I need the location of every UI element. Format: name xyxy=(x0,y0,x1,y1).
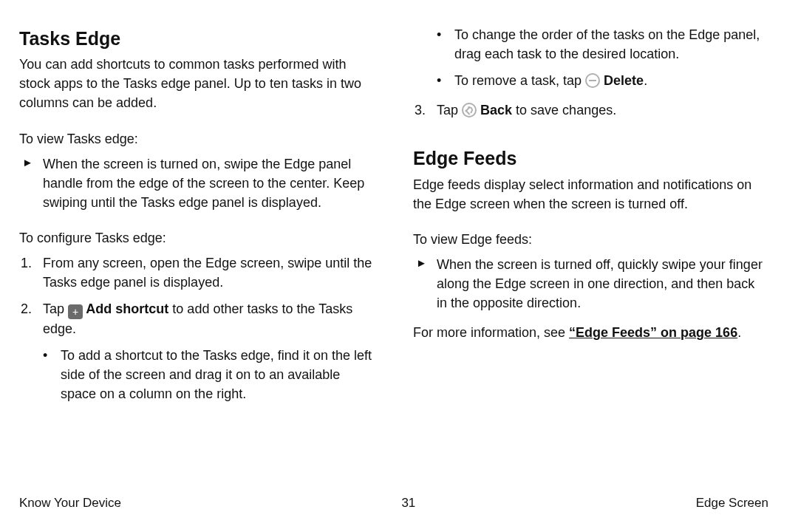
triangle-icon: ► xyxy=(416,255,437,313)
right-column: • To change the order of the tasks on th… xyxy=(413,25,768,404)
footer-left: Know Your Device xyxy=(19,494,121,513)
left-column: Tasks Edge You can add shortcuts to comm… xyxy=(19,25,375,404)
step-text: Tap Back to save changes. xyxy=(437,100,768,120)
sub-bullet-text: To remove a task, tap Delete. xyxy=(454,71,768,90)
step-text: From any screen, open the Edge screen, s… xyxy=(43,253,375,292)
footer-page-number: 31 xyxy=(401,494,415,513)
tasks-intro: You can add shortcuts to common tasks pe… xyxy=(19,55,375,112)
more-info-post: . xyxy=(737,325,741,340)
edge-feeds-intro: Edge feeds display select information an… xyxy=(413,175,768,214)
view-feeds-label: To view Edge feeds: xyxy=(413,230,768,249)
config-step-3: 3. Tap Back to save changes. xyxy=(413,100,768,120)
step-number: 2. xyxy=(19,299,43,338)
delete-label: Delete xyxy=(600,73,644,88)
sub-bullet-add-shortcut: • To add a shortcut to the Tasks edge, f… xyxy=(19,346,375,403)
delete-icon xyxy=(585,73,600,88)
view-feeds-text: When the screen is turned off, quickly s… xyxy=(437,255,768,313)
step3-pre: Tap xyxy=(437,103,462,117)
bullet-dot-icon: • xyxy=(437,25,454,64)
back-icon xyxy=(462,103,477,117)
view-tasks-item: ► When the screen is turned on, swipe th… xyxy=(19,154,375,212)
bullet-dot-icon: • xyxy=(437,71,454,90)
sub-bullet-text: To add a shortcut to the Tasks edge, fin… xyxy=(61,346,375,403)
step2-pre: Tap xyxy=(43,301,68,316)
more-info: For more information, see “Edge Feeds” o… xyxy=(413,323,768,342)
step3-post: to save changes. xyxy=(512,103,616,117)
footer-right: Edge Screen xyxy=(696,494,768,513)
config-step-2: 2. Tap + Add shortcut to add other tasks… xyxy=(19,299,375,338)
add-shortcut-label: Add shortcut xyxy=(83,301,168,316)
config-step-1: 1. From any screen, open the Edge screen… xyxy=(19,253,375,292)
edge-feeds-link[interactable]: “Edge Feeds” on page 166 xyxy=(569,325,737,340)
heading-edge-feeds: Edge Feeds xyxy=(413,145,768,171)
page-footer: Know Your Device 31 Edge Screen xyxy=(19,494,768,513)
view-tasks-label: To view Tasks edge: xyxy=(19,129,375,149)
view-feeds-item: ► When the screen is turned off, quickly… xyxy=(413,255,768,313)
triangle-icon: ► xyxy=(22,154,43,212)
remove-pre: To remove a task, tap xyxy=(454,73,585,88)
sub-bullet-remove: • To remove a task, tap Delete. xyxy=(413,71,768,90)
configure-tasks-label: To configure Tasks edge: xyxy=(19,228,375,248)
bullet-dot-icon: • xyxy=(43,346,61,403)
step-number: 3. xyxy=(413,100,437,120)
remove-post: . xyxy=(644,73,647,88)
back-label: Back xyxy=(477,103,512,117)
sub-bullet-text: To change the order of the tasks on the … xyxy=(454,25,768,64)
view-tasks-text: When the screen is turned on, swipe the … xyxy=(43,154,375,212)
sub-bullet-reorder: • To change the order of the tasks on th… xyxy=(413,25,768,64)
step-number: 1. xyxy=(19,253,43,292)
more-info-pre: For more information, see xyxy=(413,325,569,340)
plus-icon: + xyxy=(68,304,83,319)
step-text: Tap + Add shortcut to add other tasks to… xyxy=(43,299,375,338)
heading-tasks-edge: Tasks Edge xyxy=(19,25,375,52)
